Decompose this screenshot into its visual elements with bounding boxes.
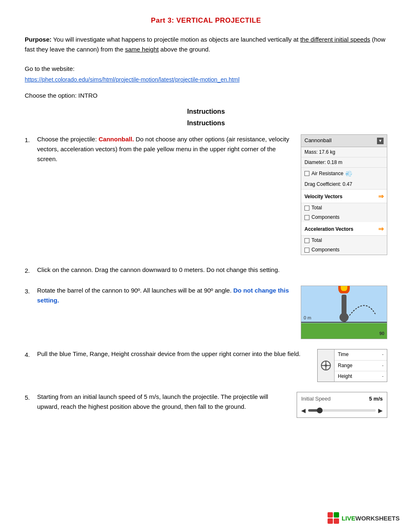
zero-label: 0 m (304, 314, 311, 322)
crosshair-rows: Time - Range - Height - (335, 349, 387, 382)
accel-components-row: Components (301, 245, 387, 255)
crosshair-height-row: Height - (335, 371, 387, 382)
crosshair-height-val: - (382, 373, 384, 380)
crosshair-time-val: - (382, 351, 384, 359)
list-item: Rotate the barrel of the cannon to 90º. … (25, 286, 387, 339)
velocity-total-checkbox[interactable] (304, 206, 309, 211)
item4-text: Pull the blue Time, Range, Height crossh… (37, 350, 301, 357)
crosshair-range-label: Range (338, 362, 352, 370)
panel-air-label: Air Resistance (311, 170, 343, 178)
item1-before: Choose the projectile: (37, 136, 98, 143)
instructions-list: Choose the projectile: Cannonball. Do no… (25, 134, 387, 418)
panel-mass: Mass: 17.6 kg (301, 147, 387, 157)
liveworksheets-logo: LIVELIVEWORKSHEETSWORKSHEETS (328, 512, 400, 524)
accel-total-label: Total (311, 237, 322, 244)
list-item: Pull the blue Time, Range, Height crossh… (25, 349, 387, 382)
speed-thumb[interactable] (317, 408, 323, 413)
logo-sq-red (328, 512, 333, 518)
website-label: Go to the website: (25, 65, 75, 72)
panel-air-row: Air Resistance 💨 (301, 168, 387, 179)
speed-left-arrow[interactable]: ◀ (301, 406, 306, 415)
crosshair-range-row: Range - (335, 361, 387, 371)
heading-instructions-1: Instructions (25, 108, 387, 115)
angle-label: 90 (379, 330, 384, 337)
list-item: Starting from an initial launch speed of… (25, 392, 387, 418)
velocity-components-label: Components (311, 213, 339, 221)
panel-projectile-label: Cannonball (304, 136, 332, 145)
cannonball-panel: Cannonball ▼ Mass: 17.6 kg Diameter: 0.1… (301, 134, 387, 255)
svg-point-3 (325, 364, 327, 367)
crosshair-panel-container: Time - Range - Height - (317, 349, 387, 382)
logo-squares (328, 512, 339, 524)
item3-before: Rotate the barrel of the cannon to 90º. … (37, 287, 233, 294)
purpose-text: You will investigate what happens to pro… (52, 36, 300, 43)
intro-block: Choose the option: INTRO (25, 92, 387, 99)
logo-sq-red3 (334, 518, 339, 524)
speed-slider-row[interactable]: ◀ ▶ (301, 406, 383, 415)
speed-value: 5 m/s (369, 395, 383, 403)
wind-icon: 💨 (345, 169, 352, 178)
accel-components-label: Components (311, 246, 339, 254)
accel-components-checkbox[interactable] (304, 248, 309, 253)
velocity-components-checkbox[interactable] (304, 215, 309, 220)
purpose-underline1: the different initial speeds (300, 36, 370, 43)
ground-line (301, 322, 387, 323)
crosshair-time-label: Time (338, 351, 349, 359)
website-link[interactable]: https://phet.colorado.edu/sims/html/proj… (25, 76, 239, 83)
cannon-flame (338, 286, 350, 293)
crosshair-range-val: - (382, 362, 384, 370)
air-resistance-checkbox[interactable] (304, 171, 309, 176)
panel-drag: Drag Coefficient: 0.47 (301, 179, 387, 190)
velocity-total-label: Total (311, 204, 322, 212)
speed-track[interactable] (308, 409, 376, 412)
logo-sq-red2 (328, 518, 333, 524)
accel-total-checkbox[interactable] (304, 238, 309, 243)
purpose-underline2: same height (125, 46, 159, 53)
item1-cannonball: Cannonball. (98, 136, 134, 143)
crosshair-svg (320, 360, 332, 371)
velocity-total-row: Total (301, 203, 387, 213)
speed-right-arrow[interactable]: ▶ (378, 406, 383, 415)
page-title: Part 3: VERTICAL PROJECTILE (25, 16, 387, 25)
purpose-block: Purpose: You will investigate what happe… (25, 35, 387, 54)
website-block: Go to the website: https://phet.colorado… (25, 63, 387, 84)
velocity-section-title: Velocity Vectors ⇒ (301, 190, 387, 203)
speed-label: Initial Speed (301, 395, 331, 403)
velocity-components-row: Components (301, 213, 387, 222)
cannon-base (339, 313, 349, 322)
accel-total-row: Total (301, 236, 387, 245)
acceleration-section-title: Acceleration Vectors ⇒ (301, 222, 387, 236)
purpose-label: Purpose: (25, 36, 52, 43)
speed-header: Initial Speed 5 m/s (301, 395, 383, 403)
purpose-end: above the ground. (159, 46, 210, 53)
intro-label: Choose the option: INTRO (25, 92, 98, 99)
acceleration-arrow-icon: ⇒ (378, 224, 384, 234)
heading-instructions-2: Instructions (25, 120, 387, 127)
list-item: Choose the projectile: Cannonball. Do no… (25, 134, 387, 255)
crosshair-height-label: Height (338, 373, 352, 380)
panel-diameter: Diameter: 0.18 m (301, 157, 387, 168)
dropdown-arrow-icon[interactable]: ▼ (377, 138, 384, 144)
item2-text: Click on the cannon. Drag the cannon dow… (37, 266, 280, 273)
list-item: Click on the cannon. Drag the cannon dow… (25, 265, 387, 276)
logo-sq-green (334, 512, 339, 518)
item5-text: Starting from an initial launch speed of… (37, 393, 268, 410)
crosshair-icon (318, 349, 335, 382)
logo-text: LIVELIVEWORKSHEETSWORKSHEETS (342, 515, 400, 522)
velocity-arrow-icon: ⇒ (378, 191, 384, 202)
cannon-scene-container: 0 m 90 (301, 286, 387, 339)
speed-panel-container: Initial Speed 5 m/s ◀ ▶ (297, 392, 387, 418)
crosshair-time-row: Time - (335, 349, 387, 360)
